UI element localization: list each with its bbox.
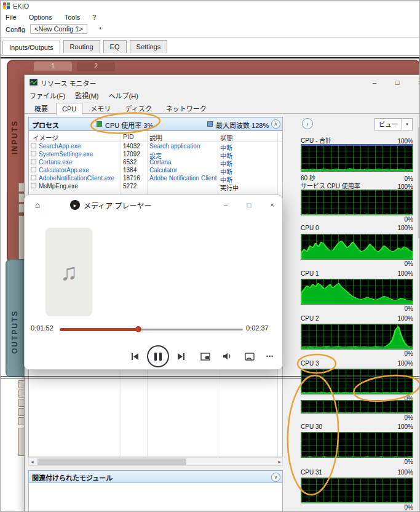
menu-tools[interactable]: Tools [65,14,81,21]
album-art-placeholder: ♫ [46,228,92,316]
resmon-titlebar[interactable]: リソース モニター – □ × [25,75,420,89]
seek-progress[interactable] [60,328,138,331]
player-titlebar[interactable]: ⌂ ▶ メディア プレーヤー – □ × [25,195,282,215]
current-time: 0:01:52 [31,324,53,332]
view-button-label[interactable]: ビュー [375,119,402,130]
row-checkbox[interactable] [31,175,36,180]
process-name: SearchApp.exe [39,143,81,150]
config-selector[interactable]: <New Config 1> [30,24,87,34]
minimize-icon[interactable]: – [366,75,383,89]
table-row[interactable]: AdobeNotificationClient.exe 18716 Adobe … [29,174,282,182]
player-app-icon: ▶ [70,200,80,210]
row-checkbox[interactable] [31,143,36,148]
resmon-tab-cpu[interactable]: CPU [56,103,82,115]
graph-max: 100% [397,469,413,476]
close-icon[interactable]: × [411,75,420,89]
resmon-menu-help[interactable]: ヘルプ(H) [109,90,138,100]
tab-eq[interactable]: EQ [103,40,127,53]
ekio-configbar: Config <New Config 1> * [1,22,420,38]
resmon-tab-memory[interactable]: メモリ [84,101,117,116]
process-pid: 14032 [123,143,140,150]
mini-player-icon[interactable] [199,350,212,363]
col-pid[interactable]: PID [123,133,134,140]
cpu30-graph [301,432,413,458]
table-row[interactable]: SearchApp.exe 14032 Search application 中… [29,142,282,150]
next-track-button[interactable] [174,350,188,363]
table-row[interactable]: SystemSettings.exe 17092 設定 中断 [29,150,282,158]
table-row[interactable]: Cortana.exe 6532 Cortana 中断 [29,158,282,166]
cast-icon[interactable] [243,350,256,363]
home-icon[interactable]: ⌂ [30,198,46,212]
seek-handle[interactable] [135,326,141,332]
row-checkbox[interactable] [31,151,36,156]
graph-min: 0% [405,216,413,223]
process-desc: Calculator [149,167,177,174]
graph-title: CPU 0 [301,225,319,231]
graph-min: 0% [405,414,413,421]
view-button[interactable]: ビュー ▼ [374,118,413,130]
expand-section-icon[interactable]: ∨ [271,473,280,482]
process-desc: Search application [149,143,200,150]
ekio-app-icon [3,2,10,11]
ekio-content-border [1,57,420,58]
tab-routing[interactable]: Routing [63,40,100,53]
inputs-panel-tab-2[interactable]: 2 [77,62,115,71]
maximize-icon[interactable]: □ [389,75,406,89]
scroll-right-icon[interactable]: ► [277,460,282,464]
outputs-label: OUTPUTS [10,286,19,354]
inputs-panel-tab-1[interactable]: 1 [34,62,72,71]
menu-help[interactable]: ? [92,14,96,21]
graph-title: サービス CPU 使用率 [301,181,360,190]
graph-title: CPU 30 [301,423,322,430]
partial-cpu-graph [301,400,413,414]
tab-inputs-outputs[interactable]: Inputs/Outputs [2,41,60,54]
col-status[interactable]: 状態 [220,133,233,142]
process-pid: 17092 [123,151,140,158]
view-dropdown-icon[interactable]: ▼ [402,119,412,130]
process-name: Cortana.exe [39,159,72,166]
more-options-icon[interactable]: ••• [263,350,277,363]
graph-min: 0% [405,260,413,267]
menu-options[interactable]: Options [29,14,52,21]
graph-title: CPU 1 [301,270,319,277]
resmon-title: リソース モニター [41,78,97,88]
resmon-tab-disk[interactable]: ディスク [119,101,157,116]
row-checkbox[interactable] [31,167,36,172]
horizontal-scrollbar[interactable]: ◄ ► [28,457,283,466]
resmon-menu-file[interactable]: ファイル(F) [30,90,65,100]
resmon-tab-overview[interactable]: 概要 [28,101,54,116]
vertical-scrollbar[interactable] [417,117,420,512]
scrollbar-thumb[interactable] [38,458,186,465]
row-checkbox[interactable] [31,183,36,188]
minimize-icon[interactable]: – [214,195,237,215]
player-title: メディア プレーヤー [84,200,152,210]
table-row[interactable]: CalculatorApp.exe 1384 Calculator 中断 [29,166,282,174]
previous-track-button[interactable] [129,350,142,363]
row-checkbox[interactable] [31,159,36,164]
pause-icon [154,353,157,361]
menu-file[interactable]: File [6,14,17,21]
pause-button[interactable] [147,345,169,367]
col-desc[interactable]: 説明 [149,133,162,142]
music-note-icon: ♫ [60,259,78,286]
maximize-icon[interactable]: □ [237,195,261,215]
resmon-tab-network[interactable]: ネットワーク [160,101,213,116]
graph-min: 0% [405,504,413,511]
table-row[interactable]: MsMpEng.exe 5272 実行中 [29,182,282,190]
resmon-menu-monitor[interactable]: 監視(M) [75,90,99,100]
process-name: MsMpEng.exe [39,183,78,190]
volume-icon[interactable] [221,350,234,363]
tab-settings[interactable]: Settings [130,40,168,53]
close-icon[interactable]: × [261,195,283,215]
ekio-tabbar: Inputs/Outputs Routing EQ Settings [1,38,420,56]
col-image[interactable]: イメージ [33,133,58,142]
collapse-section-icon[interactable]: ∧ [271,119,280,129]
scroll-left-icon[interactable]: ◄ [30,460,34,464]
process-pid: 5272 [123,183,137,190]
graph-title: CPU 3 [301,360,319,367]
graph-max: 100% [397,423,413,430]
process-header-title: プロセス [32,120,59,130]
media-player-window: ⌂ ▶ メディア プレーヤー – □ × ♫ 0:01:52 0:02:37 [24,194,283,370]
collapse-graphs-icon[interactable]: › [302,118,313,129]
seek-slider[interactable] [60,326,243,333]
